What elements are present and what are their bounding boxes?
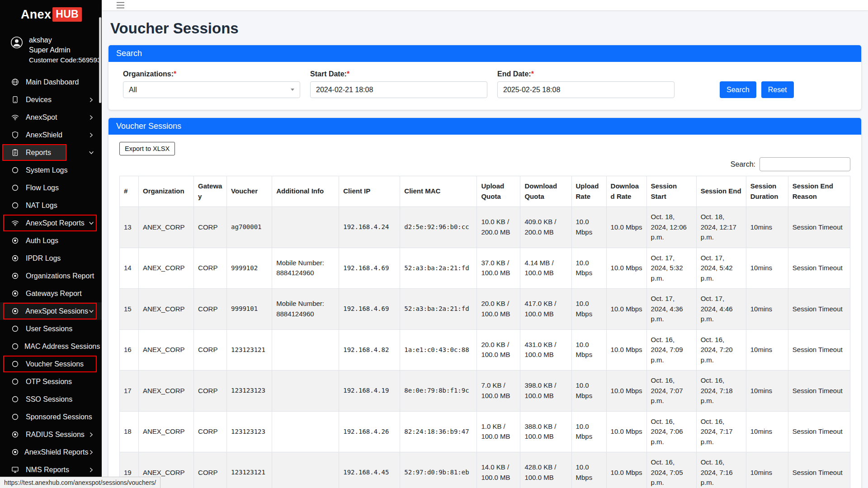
cell-session-start: Oct. 16, 2024, 7:09 p.m.: [646, 329, 696, 371]
sidebar-item-mac-address-sessions[interactable]: MAC Address Sessions: [0, 338, 102, 355]
sidebar-item-gateways-report[interactable]: Gateways Report: [0, 285, 102, 302]
circle-dot-icon: [11, 448, 19, 456]
cell-gateway: CORP: [194, 371, 227, 412]
search-button[interactable]: Search: [720, 81, 756, 98]
sidebar-item-anexspot-reports[interactable]: AnexSpot Reports: [0, 214, 102, 232]
column-header-client-mac: Client MAC: [400, 176, 477, 207]
cell-download-rate: 10.0 Mbps: [606, 452, 646, 488]
sidebar-item-anexshield-reports[interactable]: AnexShield Reports: [0, 443, 102, 461]
table-search-input[interactable]: [760, 157, 850, 171]
column-header-voucher: Voucher: [227, 176, 272, 207]
cell-additional-info: Mobile Number: 8884124960: [272, 248, 339, 289]
sidebar-item-ipdr-logs[interactable]: IPDR Logs: [0, 249, 102, 267]
table-header-row: #OrganizationGatewayVoucherAdditional In…: [120, 176, 850, 207]
organizations-select[interactable]: All: [123, 81, 300, 98]
cell-upload-quota: 20.0 KB / 100.0 MB: [477, 329, 520, 371]
sidebar-item-otp-sessions[interactable]: OTP Sessions: [0, 373, 102, 390]
cell-upload-quota: 20.0 KB / 100.0 MB: [477, 289, 520, 330]
cell-client-ip: 192.168.4.69: [339, 289, 400, 330]
cell-session-end: Oct. 17, 2024, 5:42 p.m.: [696, 248, 746, 289]
cell-download-quota: 4.14 MB / 100.0 MB: [520, 248, 571, 289]
cell-client-mac: 52:a3:ba:2a:21:fd: [400, 248, 477, 289]
cell-client-ip: 192.168.4.24: [339, 207, 400, 248]
sidebar-item-organizations-report[interactable]: Organizations Report: [0, 267, 102, 285]
cell-: 15: [120, 289, 139, 330]
start-date-input[interactable]: [310, 81, 487, 98]
sidebar-item-sso-sessions[interactable]: SSO Sessions: [0, 390, 102, 408]
table-search: Search:: [119, 157, 850, 171]
sidebar-item-devices[interactable]: Devices: [0, 91, 102, 108]
cell-additional-info: Mobile Number: 8884124960: [272, 289, 339, 330]
cell-client-ip: 192.168.4.26: [339, 411, 400, 452]
cell-organization: ANEX_CORP: [139, 248, 194, 289]
sidebar-item-anexshield[interactable]: AnexShield: [0, 126, 102, 144]
sidebar-item-anexspot[interactable]: AnexSpot: [0, 108, 102, 126]
sidebar-item-sponsored-sessions[interactable]: Sponsored Sessions: [0, 408, 102, 426]
column-header-upload-rate: Upload Rate: [571, 176, 606, 207]
sidebar-item-flow-logs[interactable]: Flow Logs: [0, 179, 102, 197]
cell-additional-info: [272, 452, 339, 488]
circle-dot-icon: [11, 272, 20, 280]
cell-download-rate: 10.0 Mbps: [606, 329, 646, 371]
circle-icon: [11, 343, 19, 350]
chevron-down-icon: [291, 89, 294, 91]
chevron-right-icon: [88, 449, 94, 455]
sidebar-scrollbar[interactable]: [99, 17, 101, 103]
column-header-session-end: Session End: [696, 176, 746, 207]
voucher-sessions-panel-header: Voucher Sessions: [108, 118, 861, 135]
cell-session-duration: 10mins: [746, 248, 788, 289]
cell-upload-rate: 10.0 Mbps: [571, 207, 606, 248]
cell-client-ip: 192.168.4.19: [339, 371, 400, 412]
cell-session-start: Oct. 16, 2024, 7:07 p.m.: [646, 371, 696, 412]
cell-session-start: Oct. 16, 2024, 7:05 p.m.: [646, 452, 696, 488]
table-row: 19ANEX_CORPCORP123123121192.168.4.4552:9…: [120, 452, 850, 488]
cell-additional-info: [272, 329, 339, 371]
cell-voucher: 123123121: [227, 452, 272, 488]
cell-gateway: CORP: [194, 329, 227, 371]
cell-: 18: [120, 411, 139, 452]
end-date-input[interactable]: [497, 81, 675, 98]
main-area: Voucher Sessions Search Organizations:* …: [102, 0, 868, 488]
user-name: akshay: [29, 35, 101, 45]
chevron-right-icon: [88, 432, 94, 438]
sidebar-item-user-sessions[interactable]: User Sessions: [0, 320, 102, 338]
end-date-label: End Date:*: [497, 70, 675, 78]
export-xlsx-button[interactable]: Export to XLSX: [119, 142, 175, 155]
cell-download-quota: 388.0 KB / 100.0 MB: [520, 411, 571, 452]
chevron-right-icon: [88, 114, 94, 121]
cell-download-rate: 10.0 Mbps: [606, 371, 646, 412]
circle-icon: [11, 395, 20, 403]
circle-icon: [11, 360, 20, 368]
sidebar-item-nms-reports[interactable]: NMS Reports: [0, 461, 102, 479]
chevron-right-icon: [88, 132, 94, 138]
cell-client-ip: 192.168.4.69: [339, 248, 400, 289]
sidebar-item-nat-logs[interactable]: NAT Logs: [0, 197, 102, 214]
cell-session-end: Oct. 17, 2024, 4:46 p.m.: [696, 289, 746, 330]
start-date-field: Start Date:*: [310, 70, 487, 98]
search-panel: Search Organizations:* All Start Date:*: [108, 45, 861, 110]
sidebar-item-reports[interactable]: Reports: [0, 144, 102, 161]
sidebar-item-system-logs[interactable]: System Logs: [0, 161, 102, 179]
required-mark: *: [531, 70, 534, 78]
sidebar-item-auth-logs[interactable]: Auth Logs: [0, 232, 102, 249]
cell-session-end: Oct. 16, 2024, 7:16 p.m.: [696, 452, 746, 488]
cell-client-ip: 192.168.4.45: [339, 452, 400, 488]
cell-session-duration: 10mins: [746, 329, 788, 371]
sidebar-item-voucher-sessions[interactable]: Voucher Sessions: [0, 355, 102, 373]
sidebar-item-anexspot-sessions[interactable]: AnexSpot Sessions: [0, 302, 102, 320]
cell-gateway: CORP: [194, 411, 227, 452]
column-header-session-duration: Session Duration: [746, 176, 788, 207]
chevron-down-icon: [88, 150, 94, 156]
cell-client-mac: 1a:e1:c0:43:0c:88: [400, 329, 477, 371]
reset-button[interactable]: Reset: [761, 81, 794, 98]
menu-toggle-icon[interactable]: [114, 0, 127, 10]
cell-download-rate: 10.0 Mbps: [606, 289, 646, 330]
cell-voucher: 123123123: [227, 411, 272, 452]
app-logo[interactable]: Anex HUB: [0, 0, 102, 22]
sessions-table: #OrganizationGatewayVoucherAdditional In…: [119, 176, 850, 488]
cell-client-mac: d2:5e:92:96:b0:cc: [400, 207, 477, 248]
table-row: 15ANEX_CORPCORP9999101Mobile Number: 888…: [120, 289, 850, 330]
sidebar-item-radius-sessions[interactable]: RADIUS Sessions: [0, 426, 102, 443]
sidebar-item-main-dashboard[interactable]: Main Dashboard: [0, 73, 102, 91]
required-mark: *: [174, 70, 176, 78]
